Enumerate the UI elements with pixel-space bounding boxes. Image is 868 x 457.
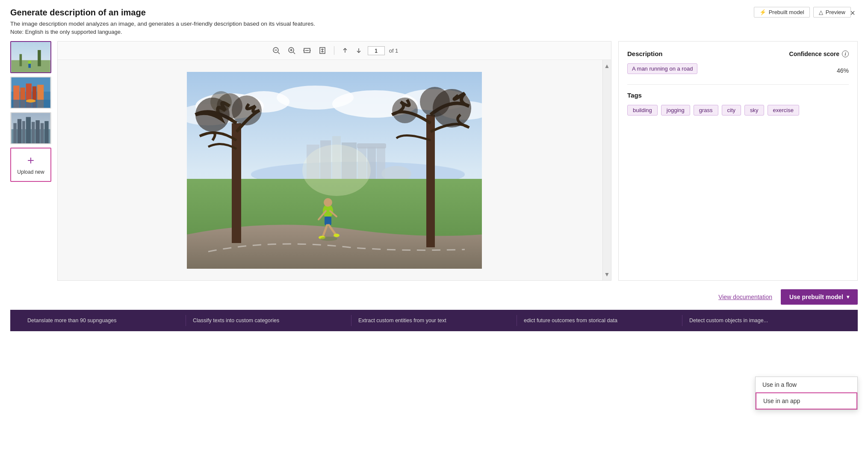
svg-rect-5	[28, 64, 31, 68]
scroll-up-button[interactable]: ▲	[604, 62, 610, 69]
preview-icon: △	[819, 9, 823, 15]
viewer-image-area: ▲ ▼	[58, 60, 611, 280]
tag-grass: grass	[694, 105, 718, 116]
dialog-description: The image description model analyzes an …	[10, 21, 858, 27]
svg-rect-60	[232, 123, 241, 243]
tag-jogging: jogging	[661, 105, 690, 116]
fit-width-button[interactable]	[301, 45, 313, 56]
image-viewer: 1 of 1	[57, 41, 611, 281]
tag-building: building	[627, 105, 658, 116]
bottom-item-3[interactable]: Extract custom entities from your text	[351, 315, 517, 326]
tag-exercise: exercise	[768, 105, 799, 116]
svg-rect-18	[18, 119, 21, 143]
svg-point-63	[232, 95, 262, 125]
svg-rect-65	[426, 115, 435, 247]
tag-city: city	[722, 105, 741, 116]
preview-button[interactable]: △ Preview	[813, 7, 851, 18]
svg-rect-2	[19, 54, 22, 66]
top-right-buttons: ⚡ Prebuilt model △ Preview	[754, 7, 851, 18]
svg-point-69	[302, 145, 371, 196]
dropdown-use-in-flow[interactable]: Use in a flow	[756, 377, 857, 392]
svg-rect-23	[41, 123, 44, 143]
svg-rect-19	[22, 121, 25, 143]
upload-new-button[interactable]: + Upload new	[10, 148, 51, 182]
thumbnail-1[interactable]	[10, 41, 51, 73]
dropdown-use-in-app[interactable]: Use in an app	[756, 392, 857, 410]
bottom-item-4[interactable]: edict future outcomes from storical data	[517, 315, 682, 326]
chevron-down-icon: ▾	[847, 294, 849, 300]
page-of-label: of 1	[389, 47, 399, 54]
description-header: Description Confidence score i	[627, 50, 849, 57]
upload-new-label: Upload new	[17, 169, 44, 175]
prev-page-button[interactable]	[340, 46, 350, 55]
svg-rect-21	[32, 122, 35, 143]
tags-section: Tags building jogging grass city sky exe…	[627, 92, 849, 116]
description-row: A man running on a road 46%	[627, 63, 849, 85]
svg-rect-72	[325, 217, 331, 225]
bottom-item-1[interactable]: Detanslate more than 90 supnguages	[21, 315, 186, 326]
toolbar-separator	[334, 46, 334, 55]
svg-rect-3	[38, 50, 41, 66]
page-input[interactable]: 1	[368, 46, 385, 55]
bottom-item-2[interactable]: Classify texts into custom categories	[186, 315, 351, 326]
dialog-header: Generate description of an image ×	[10, 8, 858, 18]
thumbnail-panel: + Upload new	[10, 41, 57, 281]
prebuilt-model-button[interactable]: ⚡ Prebuilt model	[754, 7, 810, 18]
tags-list: building jogging grass city sky exercise	[627, 105, 849, 116]
info-icon[interactable]: i	[842, 50, 849, 57]
svg-point-79	[320, 237, 337, 241]
dialog-container: ⚡ Prebuilt model △ Preview Generate desc…	[0, 0, 868, 457]
view-documentation-link[interactable]: View documentation	[718, 294, 772, 300]
svg-line-27	[278, 52, 280, 54]
zoom-in-button[interactable]	[286, 45, 297, 56]
svg-line-31	[293, 52, 295, 54]
svg-rect-57	[357, 143, 386, 148]
svg-rect-20	[26, 117, 31, 143]
dialog-title: Generate description of an image	[10, 8, 146, 18]
confidence-value: 46%	[837, 67, 849, 74]
next-page-button[interactable]	[354, 46, 363, 55]
svg-point-64	[210, 91, 232, 113]
fit-page-button[interactable]	[317, 45, 328, 56]
confidence-header: Confidence score i	[789, 50, 849, 57]
svg-rect-22	[35, 120, 39, 143]
bottom-item-5[interactable]: Detect custom objects in image...	[682, 315, 847, 326]
description-tag: A man running on a road	[627, 63, 697, 74]
tags-title: Tags	[627, 92, 849, 99]
svg-rect-17	[13, 123, 17, 143]
preview-label: Preview	[826, 9, 845, 15]
plus-icon: +	[27, 154, 34, 166]
svg-point-67	[420, 87, 450, 117]
svg-point-76	[334, 234, 340, 237]
scroll-down-button[interactable]: ▼	[604, 271, 610, 278]
svg-rect-24	[44, 121, 48, 143]
tag-sky: sky	[744, 105, 764, 116]
svg-point-71	[324, 198, 332, 207]
use-prebuilt-label: Use prebuilt model	[789, 294, 843, 300]
dropdown-menu: Use in a flow Use in an app	[755, 377, 858, 410]
dialog-note: Note: English is the only supported lang…	[10, 29, 858, 35]
svg-point-4	[28, 61, 31, 64]
footer: View documentation Use prebuilt model ▾	[10, 281, 858, 310]
thumbnail-3[interactable]	[10, 112, 51, 144]
svg-point-14	[26, 99, 36, 103]
zoom-out-button[interactable]	[271, 45, 282, 56]
description-title: Description	[627, 50, 663, 57]
svg-point-68	[392, 98, 418, 123]
thumbnail-2[interactable]	[10, 77, 51, 109]
results-panel: Description Confidence score i A man run…	[618, 41, 858, 281]
prebuilt-label: Prebuilt model	[769, 9, 804, 15]
main-image	[187, 72, 482, 269]
viewer-toolbar: 1 of 1	[58, 42, 611, 60]
scroll-bar: ▲ ▼	[602, 60, 611, 280]
bottom-bar: Detanslate more than 90 supnguages Class…	[10, 310, 858, 331]
main-content: + Upload new	[10, 41, 858, 281]
prebuilt-icon: ⚡	[759, 9, 766, 15]
use-prebuilt-button[interactable]: Use prebuilt model ▾	[781, 289, 858, 305]
